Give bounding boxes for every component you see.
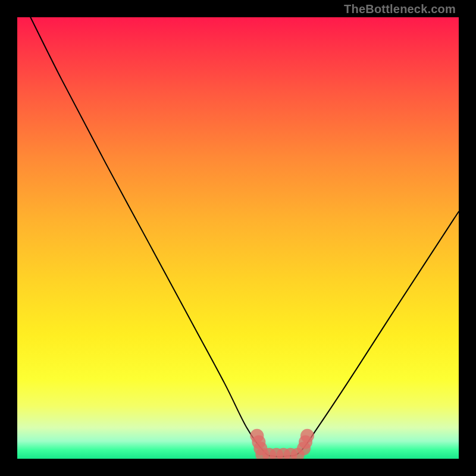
optimal-dot	[300, 429, 314, 443]
chart-frame: TheBottleneck.com	[0, 0, 476, 476]
bottleneck-curve	[30, 17, 459, 456]
chart-overlay	[17, 17, 459, 459]
plot-area	[17, 17, 459, 459]
optimal-band	[250, 429, 314, 459]
attribution-text: TheBottleneck.com	[344, 2, 456, 16]
optimal-dot	[250, 429, 264, 443]
